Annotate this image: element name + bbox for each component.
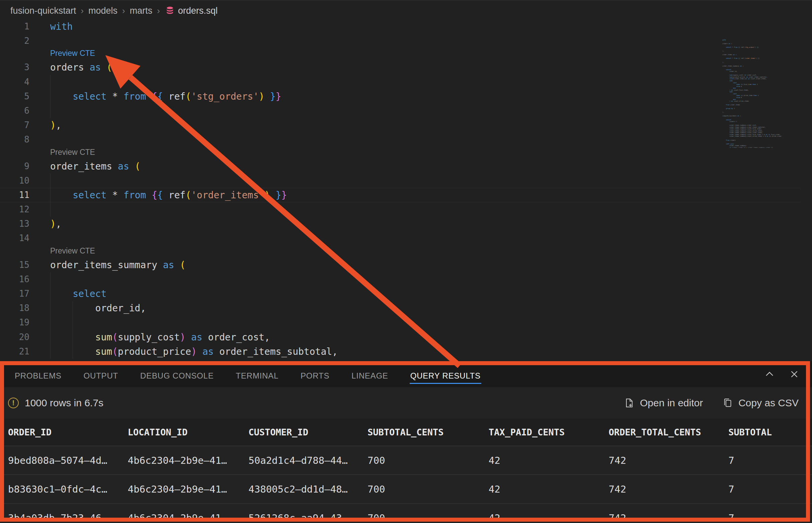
code-line[interactable]: 17 select — [0, 287, 800, 301]
code-line[interactable]: 18 order_id, — [0, 301, 800, 315]
column-header[interactable]: ORDER_ID — [8, 427, 128, 437]
code-line[interactable]: 20 sum(supply_cost) as order_cost, — [0, 330, 800, 344]
file-plus-icon — [624, 398, 634, 408]
breadcrumb: fusion-quickstart›models›marts› orders.s… — [0, 0, 812, 21]
code-text: select * from {{ ref('stg_orders') }} — [50, 89, 281, 104]
code-text: order_items as ( — [50, 159, 141, 174]
open-in-editor-button[interactable]: Open in editor — [624, 397, 703, 409]
panel-tab-bar: PROBLEMSOUTPUTDEBUG CONSOLETERMINALPORTS… — [0, 365, 812, 387]
code-editor[interactable]: 1with2Preview CTE3orders as (45 select *… — [0, 21, 800, 361]
column-header[interactable]: CUSTOMER_ID — [249, 427, 367, 437]
code-text: ), — [50, 217, 61, 231]
table-cell: 4b6c2304–2b9e–41… — [128, 484, 249, 495]
open-in-editor-label: Open in editor — [640, 397, 703, 409]
panel-tab-debug-console[interactable]: DEBUG CONSOLE — [140, 368, 214, 384]
column-header[interactable]: TAX_PAID_CENTS — [489, 427, 609, 437]
column-header[interactable]: LOCATION_ID — [128, 427, 249, 437]
indent-guide — [50, 75, 51, 89]
table-cell: 742 — [609, 512, 728, 523]
code-text: orders as ( — [50, 60, 112, 75]
preview-cte-codelens[interactable]: Preview CTE — [50, 49, 95, 58]
code-line[interactable]: 12 — [0, 202, 800, 217]
code-text: order_id, — [50, 301, 146, 315]
table-cell: 9bed808a–5074–4d… — [8, 455, 128, 466]
panel-tab-output[interactable]: OUTPUT — [83, 368, 119, 384]
breadcrumb-file[interactable]: orders.sql — [178, 6, 218, 16]
table-cell: 7 — [728, 484, 812, 495]
indent-guide — [50, 315, 51, 330]
code-line[interactable]: 11 select * from {{ ref('order_items') }… — [0, 188, 800, 202]
column-header[interactable]: SUBTOTAL_CENTS — [367, 427, 489, 437]
line-number: 18 — [0, 301, 30, 315]
code-line[interactable]: 5 select * from {{ ref('stg_orders') }} — [0, 89, 800, 104]
code-text: ), — [50, 118, 61, 132]
code-line[interactable]: 10 — [0, 174, 800, 188]
table-cell: 7 — [728, 455, 812, 466]
table-cell: 742 — [609, 455, 728, 466]
table-cell: b83630c1–0fdc–4c… — [8, 484, 128, 495]
code-line[interactable]: 21 sum(product_price) as order_items_sub… — [0, 344, 800, 359]
panel-tab-lineage[interactable]: LINEAGE — [351, 368, 389, 384]
column-header[interactable]: ORDER_TOTAL_CENTS — [609, 427, 728, 437]
code-line[interactable]: 19 — [0, 315, 800, 330]
code-line[interactable]: 16 — [0, 272, 800, 287]
table-cell: 4b6c2304–2b9e–41… — [128, 455, 249, 466]
code-line[interactable]: 6 — [0, 104, 800, 118]
table-cell: 42 — [489, 484, 609, 495]
code-line[interactable]: 4 — [0, 75, 800, 89]
line-number: 17 — [0, 287, 30, 301]
codelens-row: Preview CTE — [0, 147, 800, 159]
preview-cte-codelens[interactable]: Preview CTE — [50, 148, 95, 157]
code-line[interactable]: 15order_items_summary as ( — [0, 258, 800, 272]
table-cell: 700 — [367, 455, 489, 466]
table-cell: 742 — [609, 484, 728, 495]
code-text: order_items_summary as ( — [50, 258, 186, 272]
minimap[interactable]: with orders as ( select * from {{ ref('s… — [722, 39, 799, 148]
table-row[interactable]: b83630c1–0fdc–4c…4b6c2304–2b9e–41…438005… — [0, 474, 812, 503]
breadcrumb-item[interactable]: marts — [130, 6, 152, 16]
copy-as-csv-button[interactable]: Copy as CSV — [722, 397, 799, 409]
line-number: 7 — [0, 118, 30, 132]
code-text: sum(supply_cost) as order_cost, — [50, 330, 270, 344]
codelens-row: Preview CTE — [0, 48, 800, 60]
table-cell: 4b6c2304–2b9e–41 — [128, 512, 249, 523]
code-line[interactable]: 2 — [0, 34, 800, 48]
minimap-content: with orders as ( select * from {{ ref('s… — [722, 39, 799, 148]
codelens-row: Preview CTE — [0, 246, 800, 258]
code-line[interactable]: 13), — [0, 217, 800, 231]
breadcrumb-separator: › — [122, 6, 125, 16]
line-number: 10 — [0, 174, 30, 188]
close-icon[interactable] — [789, 368, 800, 380]
table-cell: 5261268c–aa94–43 — [249, 512, 367, 523]
panel-tab-terminal[interactable]: TERMINAL — [235, 368, 279, 384]
code-line[interactable]: 14 — [0, 231, 800, 246]
row-count-status: 1000 rows in 6.7s — [25, 397, 103, 409]
line-number: 1 — [0, 21, 30, 34]
code-line[interactable]: 7), — [0, 118, 800, 132]
panel-tab-ports[interactable]: PORTS — [300, 368, 330, 384]
code-line[interactable]: 8 — [0, 132, 800, 147]
chevron-up-icon[interactable] — [764, 368, 775, 380]
query-results-table: ORDER_IDLOCATION_IDCUSTOMER_IDSUBTOTAL_C… — [0, 419, 812, 523]
panel-tab-problems[interactable]: PROBLEMS — [14, 368, 62, 384]
table-body: 9bed808a–5074–4d…4b6c2304–2b9e–41…50a2d1… — [0, 446, 812, 523]
line-number: 9 — [0, 159, 30, 174]
breadcrumb-separator: › — [81, 6, 84, 16]
line-number: 8 — [0, 132, 30, 147]
results-toolbar: ! 1000 rows in 6.7s Open in editor Copy … — [0, 387, 812, 419]
panel-tab-query-results[interactable]: QUERY RESULTS — [410, 368, 481, 384]
table-row[interactable]: 3b4a03db–7b23–464b6c2304–2b9e–415261268c… — [0, 503, 812, 523]
breadcrumb-item[interactable]: models — [88, 6, 118, 16]
table-row[interactable]: 9bed808a–5074–4d…4b6c2304–2b9e–41…50a2d1… — [0, 446, 812, 474]
code-line[interactable]: 3orders as ( — [0, 60, 800, 75]
code-line[interactable]: 9order_items as ( — [0, 159, 800, 174]
table-cell: 3b4a03db–7b23–46 — [8, 512, 128, 523]
column-header[interactable]: SUBTOTAL — [728, 427, 812, 437]
code-text: select — [50, 287, 107, 301]
code-line[interactable]: 1with — [0, 21, 800, 34]
line-number: 16 — [0, 272, 30, 287]
vscode-window: fusion-quickstart›models›marts› orders.s… — [0, 0, 812, 523]
preview-cte-codelens[interactable]: Preview CTE — [50, 247, 95, 255]
breadcrumb-item[interactable]: fusion-quickstart — [11, 6, 76, 16]
indent-guide — [73, 315, 73, 330]
